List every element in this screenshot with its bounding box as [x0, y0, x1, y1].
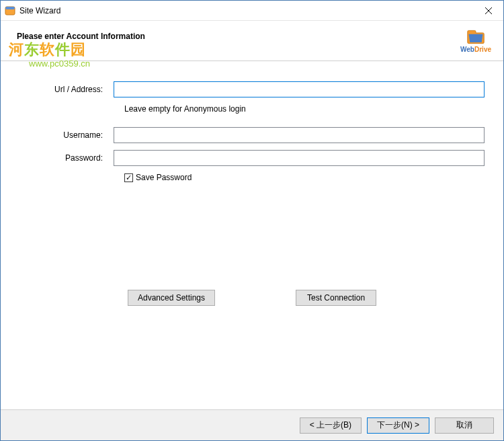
cancel-button[interactable]: 取消: [435, 417, 494, 434]
save-password-row: Save Password: [124, 173, 485, 182]
webdrive-logo: WebDrive: [460, 29, 491, 53]
site-wizard-window: Site Wizard Please enter Account Informa…: [0, 0, 504, 441]
close-button[interactable]: [473, 1, 503, 20]
footer: < 上一步(B) 下一步(N) > 取消: [1, 409, 503, 440]
header-area: Please enter Account Information WebDriv…: [1, 21, 503, 61]
page-heading: Please enter Account Information: [17, 32, 145, 41]
content-area: Url / Address: Leave empty for Anonymous…: [1, 61, 503, 409]
webdrive-logo-icon: [466, 29, 485, 45]
titlebar-buttons: [473, 1, 503, 20]
middle-button-row: Advanced Settings Test Connection: [19, 290, 485, 306]
save-password-label: Save Password: [136, 173, 192, 182]
webdrive-logo-text: WebDrive: [460, 46, 491, 53]
anonymous-hint: Leave empty for Anonymous login: [124, 104, 485, 114]
titlebar-left: Site Wizard: [5, 5, 60, 16]
app-icon: [5, 5, 15, 16]
password-label: Password:: [19, 153, 114, 163]
url-row: Url / Address:: [19, 81, 485, 97]
password-row: Password:: [19, 150, 485, 166]
save-password-checkbox[interactable]: [124, 173, 133, 182]
next-button[interactable]: 下一步(N) >: [367, 417, 429, 434]
advanced-settings-button[interactable]: Advanced Settings: [128, 290, 215, 306]
url-label: Url / Address:: [19, 85, 114, 94]
svg-rect-1: [5, 7, 15, 9]
password-input[interactable]: [114, 150, 485, 166]
test-connection-button[interactable]: Test Connection: [296, 290, 376, 306]
username-label: Username:: [19, 130, 114, 140]
back-button[interactable]: < 上一步(B): [300, 417, 362, 434]
username-input[interactable]: [114, 127, 485, 143]
window-title: Site Wizard: [19, 6, 60, 15]
titlebar: Site Wizard: [1, 1, 503, 21]
url-input[interactable]: [114, 81, 485, 97]
username-row: Username:: [19, 127, 485, 143]
